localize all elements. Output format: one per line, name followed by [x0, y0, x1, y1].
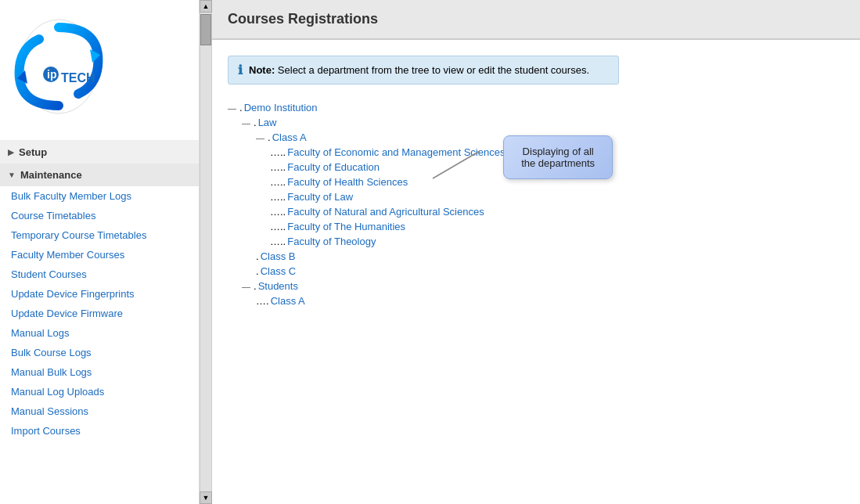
tree-link-faculty-education[interactable]: Faculty of Education [287, 161, 380, 173]
tree-link-class-c[interactable]: Class C [261, 265, 297, 277]
tree-node-faculty-law: ….. Faculty of Law [270, 189, 844, 204]
tree-node-class-a-students: …. Class A [256, 293, 844, 308]
tree-node-students: — . Students [242, 279, 844, 293]
nav-update-device-firmware[interactable]: Update Device Firmware [0, 304, 199, 323]
tree-link-students[interactable]: Students [258, 280, 298, 292]
sidebar-nav: ▶ Setup ▼ Maintenance Bulk Faculty Membe… [0, 141, 199, 504]
tree-link-demo-institution[interactable]: Demo Institution [244, 102, 318, 113]
info-icon: ℹ [238, 63, 243, 77]
tree-node-demo-institution: — . Demo Institution [228, 100, 844, 115]
tree-node-faculty-natural: ….. Faculty of Natural and Agricultural … [270, 204, 844, 219]
tree-dot: . [256, 265, 259, 277]
tree-node-faculty-health: ….. Faculty of Health Sciences Displayin… [270, 175, 844, 189]
tree-dots: ….. [270, 191, 286, 203]
svg-text:ip: ip [47, 68, 56, 81]
setup-arrow: ▶ [8, 148, 14, 157]
tree-link-class-a-law[interactable]: Class A [272, 131, 307, 143]
nav-manual-sessions[interactable]: Manual Sessions [0, 401, 199, 421]
expand-icon[interactable]: — [242, 118, 250, 128]
scrollbar[interactable]: ▲ ▼ [200, 0, 212, 504]
tree-dots: ….. [270, 236, 286, 247]
tooltip-arrow-svg [433, 159, 495, 198]
tree-node-faculty-humanities: ….. Faculty of The Humanities [270, 219, 844, 234]
tree: — . Demo Institution — . Law — . Class A… [228, 100, 844, 308]
scroll-thumb[interactable] [200, 14, 211, 45]
note-body: Select a department from the tree to vie… [278, 64, 589, 76]
tree-dots: ….. [270, 206, 286, 218]
tree-dot: . [254, 280, 257, 292]
nav-bulk-faculty-member-logs[interactable]: Bulk Faculty Member Logs [0, 186, 199, 206]
nav-manual-logs[interactable]: Manual Logs [0, 323, 199, 343]
main-content: Courses Registrations ℹ Note: Select a d… [212, 0, 860, 504]
tree-dots: ….. [270, 176, 286, 188]
expand-icon[interactable]: — [242, 282, 250, 291]
nav-faculty-member-courses[interactable]: Faculty Member Courses [0, 245, 199, 265]
nav-manual-log-uploads[interactable]: Manual Log Uploads [0, 382, 199, 401]
nav-course-timetables[interactable]: Course Timetables [0, 206, 199, 225]
logo-area: ip TECH [0, 0, 199, 141]
scroll-down-button[interactable]: ▼ [200, 491, 212, 504]
tree-dots: ….. [270, 161, 286, 173]
tooltip-box: Displaying of all the departments [503, 135, 613, 179]
tree-link-faculty-natural[interactable]: Faculty of Natural and Agricultural Scie… [287, 206, 484, 218]
logo-image: ip TECH [8, 12, 110, 129]
maintenance-label: Maintenance [20, 169, 82, 181]
maintenance-items: Bulk Faculty Member Logs Course Timetabl… [0, 186, 199, 441]
tree-dots: ….. [270, 146, 286, 158]
tree-dots: ….. [270, 221, 286, 232]
tree-link-law[interactable]: Law [258, 117, 277, 128]
note-box: ℹ Note: Select a department from the tre… [228, 56, 619, 85]
page-title: Courses Registrations [228, 11, 844, 27]
tree-node-law: — . Law [242, 115, 844, 130]
maintenance-arrow: ▼ [8, 171, 16, 179]
tree-node-class-b: . Class B [256, 249, 844, 264]
expand-icon[interactable]: — [228, 103, 236, 113]
note-text: Note: Select a department from the tree … [249, 64, 589, 76]
tree-dot: . [268, 131, 271, 143]
tooltip-text: Displaying of all the departments [521, 146, 595, 169]
scroll-up-button[interactable]: ▲ [200, 0, 212, 13]
nav-student-courses[interactable]: Student Courses [0, 265, 199, 284]
nav-manual-bulk-logs[interactable]: Manual Bulk Logs [0, 362, 199, 382]
sidebar: ip TECH ▶ Setup ▼ Maintenance Bulk Facul… [0, 0, 200, 504]
note-bold: Note: [249, 64, 275, 76]
page-header: Courses Registrations [212, 0, 860, 40]
setup-section-header[interactable]: ▶ Setup [0, 141, 199, 164]
expand-icon[interactable]: — [256, 133, 264, 142]
tree-link-class-b[interactable]: Class B [261, 250, 296, 262]
tree-dot: . [239, 102, 243, 113]
nav-update-device-fingerprints[interactable]: Update Device Fingerprints [0, 284, 199, 304]
tree-link-faculty-law[interactable]: Faculty of Law [287, 191, 353, 203]
content-area: ℹ Note: Select a department from the tre… [212, 40, 860, 504]
nav-temporary-course-timetables[interactable]: Temporary Course Timetables [0, 225, 199, 245]
nav-import-courses[interactable]: Import Courses [0, 421, 199, 441]
tree-link-faculty-economic[interactable]: Faculty of Economic and Management Scien… [287, 146, 505, 158]
setup-label: Setup [19, 146, 47, 158]
tree-node-class-c: . Class C [256, 264, 844, 279]
tree-dots: …. [256, 295, 269, 307]
svg-text:TECH: TECH [61, 71, 95, 85]
tree-link-faculty-health[interactable]: Faculty of Health Sciences [287, 176, 408, 188]
tree-node-faculty-theology: ….. Faculty of Theology [270, 234, 844, 249]
maintenance-section-header[interactable]: ▼ Maintenance [0, 164, 199, 186]
tree-link-faculty-humanities[interactable]: Faculty of The Humanities [287, 221, 405, 232]
tree-dot: . [254, 117, 257, 128]
nav-bulk-course-logs[interactable]: Bulk Course Logs [0, 343, 199, 362]
tree-link-faculty-theology[interactable]: Faculty of Theology [287, 236, 376, 247]
tree-dot: . [256, 250, 259, 262]
tree-link-class-a-students[interactable]: Class A [271, 295, 305, 307]
